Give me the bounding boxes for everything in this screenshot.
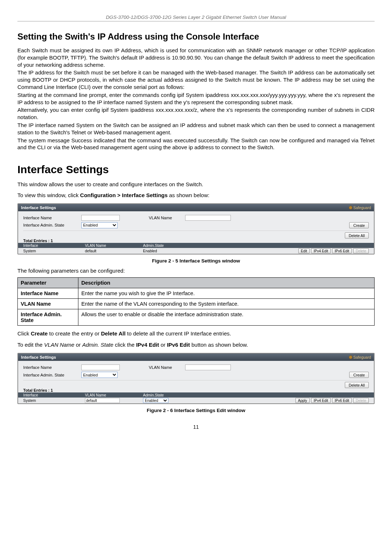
figure-caption: Figure 2 - 6 Interface Settings Edit win…	[17, 408, 375, 413]
table-row: Interface Admin. State Allows the user t…	[18, 309, 375, 325]
text: Click	[17, 330, 31, 337]
cell-state-editable: Enabled	[143, 398, 219, 403]
delete-button[interactable]: Delete	[353, 398, 369, 403]
table-row: VLAN Name Enter the name of the VLAN cor…	[18, 298, 375, 309]
grid-header: Interface VLAN Name Admin.State	[18, 392, 374, 398]
bold: Delete All	[101, 330, 126, 337]
admin-state-select[interactable]: Enabled	[81, 222, 118, 228]
edit-button[interactable]: Edit	[298, 248, 310, 253]
param-desc: Enter the name you wish to give the IP I…	[78, 288, 375, 298]
label-vlan-name: VLAN Name	[149, 365, 181, 370]
edit-hint: To edit the VLAN Name or Admin. State cl…	[17, 341, 375, 349]
label-interface-name: Interface Name	[23, 216, 78, 220]
text: to delete all the current IP Interface e…	[126, 330, 231, 337]
nav-suffix: as shown below:	[168, 192, 209, 198]
panel-titlebar: Interface Settings Safeguard	[18, 204, 374, 211]
text: to create the entry or	[48, 330, 101, 337]
text: To edit the	[17, 342, 44, 348]
safeguard-badge: Safeguard	[349, 355, 371, 359]
chapter-heading: Interface Settings	[17, 163, 375, 176]
ipv4-edit-button[interactable]: IPv4 Edit	[311, 398, 331, 403]
delete-button[interactable]: Delete	[353, 248, 369, 253]
interface-name-input[interactable]	[81, 364, 120, 370]
panel-title: Interface Settings	[21, 355, 56, 359]
paragraph: Each Switch must be assigned its own IP …	[17, 47, 375, 68]
table-row: System Enabled Apply IPv4 Edit IPv6 Edit…	[18, 398, 374, 403]
entries-grid: Interface VLAN Name Admin.State System E…	[18, 392, 374, 403]
create-delete-hint: Click Create to create the entry or Dele…	[17, 330, 375, 337]
col-vlan: VLAN Name	[85, 243, 143, 248]
italic: VLAN Name	[44, 342, 74, 348]
param-desc: Enter the name of the VLAN corresponding…	[78, 298, 375, 309]
table-row: System default Enabled Edit IPv4 Edit IP…	[18, 248, 374, 254]
bold: IPv6 Edit	[167, 342, 190, 348]
text: click the	[113, 342, 136, 348]
entries-row: Delete All	[23, 382, 369, 388]
col-description: Description	[78, 277, 375, 288]
text: or	[74, 342, 82, 348]
cell-vlan-editable	[85, 398, 143, 403]
create-button[interactable]: Create	[349, 222, 369, 228]
manual-header: DGS-3700-12/DGS-3700-12G Series Layer 2 …	[17, 15, 375, 21]
grid-header: Interface VLAN Name Admin.State	[18, 243, 374, 248]
label-vlan-name: VLAN Name	[149, 216, 181, 220]
paragraph: Alternatively, you can enter config ipif…	[17, 106, 375, 121]
ipv6-edit-button[interactable]: IPv6 Edit	[332, 248, 352, 253]
safeguard-label: Safeguard	[354, 205, 371, 210]
params-intro: The following parameters can be configur…	[17, 267, 375, 274]
nav-hint: To view this window, click Configuration…	[17, 192, 375, 199]
vlan-name-input[interactable]	[185, 215, 231, 221]
entries-grid: Interface VLAN Name Admin.State System d…	[18, 243, 374, 254]
divider	[23, 231, 369, 231]
param-name: Interface Name	[18, 288, 78, 298]
interface-name-input[interactable]	[81, 215, 120, 221]
apply-button[interactable]: Apply	[295, 398, 310, 403]
safeguard-icon	[349, 355, 352, 359]
italic: Admin. State	[82, 342, 113, 348]
section-heading: Setting the Swith's IP Address using the…	[17, 32, 375, 42]
paragraph: The IP interface named System on the Swi…	[17, 122, 375, 136]
figure-caption: Figure 2 - 5 Interface Settings window	[17, 258, 375, 264]
delete-all-button[interactable]: Delete All	[345, 382, 369, 388]
label-admin-state: Interface Admin. State	[23, 223, 78, 227]
vlan-name-input[interactable]	[185, 364, 231, 370]
table-row: Interface Name Enter the name you wish t…	[18, 288, 375, 298]
total-entries: Total Entries : 1	[23, 239, 369, 243]
param-name: VLAN Name	[18, 298, 78, 309]
form-row: Interface Admin. State Enabled Create	[23, 372, 369, 378]
page-number: 11	[17, 424, 375, 430]
total-entries: Total Entries : 1	[23, 388, 369, 392]
entries-row: Delete All	[23, 232, 369, 239]
panel-titlebar: Interface Settings Safeguard	[18, 354, 374, 361]
parameters-table: Parameter Description Interface Name Ent…	[17, 277, 375, 326]
nav-bold: Configuration > Interface Settings	[80, 192, 168, 198]
form-row: Interface Name VLAN Name	[23, 215, 369, 221]
panel-body: Interface Name VLAN Name Interface Admin…	[18, 211, 374, 254]
form-row: Interface Name VLAN Name	[23, 364, 369, 370]
ipv4-edit-button[interactable]: IPv4 Edit	[311, 248, 331, 253]
col-state: Admin.State	[143, 243, 219, 248]
col-interface: Interface	[23, 243, 85, 248]
safeguard-label: Safeguard	[354, 355, 371, 359]
ipv6-edit-button[interactable]: IPv6 Edit	[332, 398, 352, 403]
cell-vlan: default	[85, 249, 143, 253]
admin-state-select[interactable]: Enabled	[81, 372, 118, 378]
nav-prefix: To view this window, click	[17, 192, 80, 198]
cell-interface: System	[23, 249, 85, 253]
paragraph: The system message Success indicated tha…	[17, 137, 375, 151]
vlan-inline-input[interactable]	[85, 398, 120, 403]
param-desc: Allows the user to enable or disable the…	[78, 309, 375, 325]
col-state: Admin.State	[143, 393, 219, 397]
safeguard-icon	[349, 206, 352, 209]
label-admin-state: Interface Admin. State	[23, 373, 78, 377]
col-vlan: VLAN Name	[85, 393, 143, 397]
divider	[23, 380, 369, 380]
create-button[interactable]: Create	[349, 372, 369, 378]
delete-all-button[interactable]: Delete All	[345, 232, 369, 239]
paragraph: Starting at the command line prompt, ent…	[17, 91, 375, 106]
panel-title: Interface Settings	[21, 205, 56, 210]
col-interface: Interface	[23, 393, 85, 397]
state-inline-select[interactable]: Enabled	[143, 398, 168, 403]
intro-text: This window allows the user to create an…	[17, 181, 375, 188]
text: or	[159, 342, 167, 348]
